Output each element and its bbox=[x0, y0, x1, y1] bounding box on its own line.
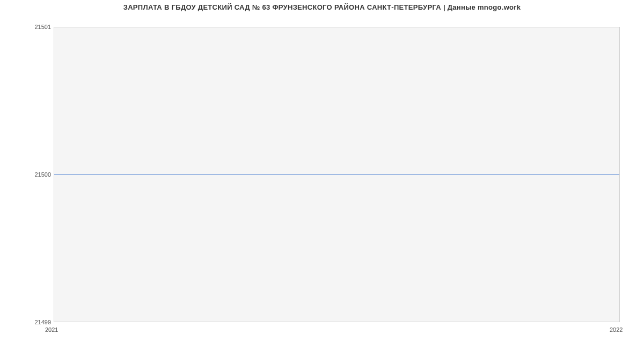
salary-line bbox=[54, 174, 619, 175]
x-tick-start: 2021 bbox=[45, 326, 58, 333]
y-tick-max: 21501 bbox=[19, 24, 51, 30]
plot-area bbox=[54, 27, 620, 322]
chart-title: ЗАРПЛАТА В ГБДОУ ДЕТСКИЙ САД № 63 ФРУНЗЕ… bbox=[0, 3, 644, 11]
y-tick-min: 21499 bbox=[19, 319, 51, 325]
x-tick-end: 2022 bbox=[610, 326, 623, 333]
chart-container: ЗАРПЛАТА В ГБДОУ ДЕТСКИЙ САД № 63 ФРУНЗЕ… bbox=[0, 0, 644, 349]
y-tick-mid: 21500 bbox=[19, 171, 51, 178]
